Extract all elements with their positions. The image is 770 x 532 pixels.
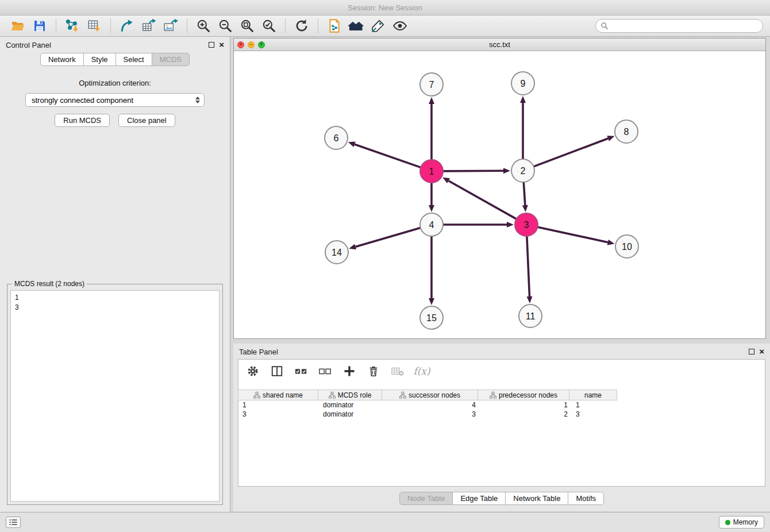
close-table-panel-icon[interactable]: × [759, 349, 764, 354]
show-graphics-details-button[interactable] [389, 17, 411, 34]
select-all-rows-button[interactable] [294, 364, 309, 379]
function-builder-button[interactable]: f(x) [414, 364, 429, 379]
zoom-in-button[interactable] [192, 17, 214, 34]
graph-edge-3-1[interactable] [449, 181, 517, 219]
main-toolbar [0, 16, 770, 37]
cell-predecessor-nodes[interactable]: 2 [480, 410, 572, 419]
network-view-window: × – + scc.txt 7968124314101511 [233, 38, 766, 339]
memory-button[interactable]: Memory [719, 516, 764, 529]
tab-network-table[interactable]: Network Table [505, 492, 568, 505]
graph-edge-3-11[interactable] [527, 236, 530, 296]
import-table-icon [87, 18, 102, 33]
run-mcds-button[interactable]: Run MCDS [55, 114, 110, 127]
cell-successor-nodes[interactable]: 4 [383, 400, 480, 410]
close-panel-button[interactable]: Close panel [118, 114, 175, 127]
sort-icon [490, 392, 496, 399]
plus-icon [342, 364, 356, 378]
graph-node-9[interactable]: 9 [511, 72, 534, 95]
toolbar-separator [110, 18, 111, 33]
network-canvas[interactable]: 7968124314101511 [234, 51, 765, 338]
close-panel-icon[interactable]: × [219, 42, 224, 48]
graph-node-1[interactable]: 1 [420, 160, 443, 183]
graph-edge-2-8[interactable] [534, 138, 608, 167]
graph-edge-1-6[interactable] [355, 144, 421, 167]
tab-mcds[interactable]: MCDS [152, 53, 190, 66]
task-history-button[interactable] [6, 516, 21, 528]
delete-columns-button[interactable] [366, 364, 381, 379]
table-row[interactable]: 3 dominator 3 2 3 [238, 410, 765, 419]
zoom-out-button[interactable] [214, 17, 236, 34]
show-columns-button[interactable] [270, 364, 284, 379]
graph-node-8[interactable]: 8 [615, 120, 638, 143]
tab-style[interactable]: Style [83, 53, 116, 66]
cell-predecessor-nodes[interactable]: 1 [480, 400, 572, 410]
control-panel: Control Panel × Network Style Select MCD… [0, 37, 230, 512]
column-header-successor-nodes[interactable]: successor nodes [382, 390, 478, 400]
mcds-result-list[interactable]: 1 3 [10, 290, 220, 502]
select-stepper-icon [195, 97, 202, 103]
float-table-panel-icon[interactable] [749, 349, 754, 354]
graph-edge-2-3[interactable] [523, 182, 525, 205]
search-input[interactable] [612, 22, 758, 30]
graph-node-15[interactable]: 15 [420, 306, 443, 329]
import-table-button[interactable] [83, 17, 105, 34]
zoom-out-icon [218, 18, 233, 33]
tab-edge-table[interactable]: Edge Table [452, 492, 506, 505]
cell-name[interactable]: 1 [572, 400, 620, 410]
export-table-button[interactable] [138, 17, 160, 34]
edge-arrowhead [349, 244, 356, 250]
apply-layout-button[interactable] [291, 17, 313, 34]
mcds-result-box: MCDS result (2 nodes) 1 3 [7, 284, 223, 505]
column-header-shared-name[interactable]: shared name [238, 390, 318, 400]
open-session-button[interactable] [7, 17, 29, 34]
criterion-selected-value: strongly connected component [32, 96, 133, 105]
zoom-selected-button[interactable] [258, 17, 280, 34]
save-session-button[interactable] [29, 17, 51, 34]
cell-shared-name[interactable]: 3 [238, 410, 319, 419]
edge-arrowhead [503, 168, 510, 174]
table-row[interactable]: 1 dominator 4 1 1 [238, 400, 765, 410]
floppy-disk-icon [33, 19, 47, 33]
create-column-button[interactable] [342, 364, 357, 379]
graph-node-3[interactable]: 3 [515, 213, 538, 236]
eye-icon [392, 19, 408, 33]
column-header-mcds-role[interactable]: MCDS role [318, 390, 382, 400]
graph-edge-4-14[interactable] [356, 228, 421, 247]
graph-node-10[interactable]: 10 [615, 235, 638, 258]
float-panel-icon[interactable] [209, 42, 214, 48]
import-network-button[interactable] [61, 17, 83, 34]
first-neighbors-button[interactable] [345, 17, 367, 34]
cell-shared-name[interactable]: 1 [238, 400, 319, 410]
export-network-button[interactable] [116, 17, 138, 34]
tab-node-table[interactable]: Node Table [399, 492, 453, 505]
cell-successor-nodes[interactable]: 3 [383, 410, 480, 419]
cell-mcds-role[interactable]: dominator [319, 400, 383, 410]
trash-icon [367, 365, 380, 377]
graph-node-4[interactable]: 4 [420, 213, 443, 236]
graph-edge-3-10[interactable] [538, 227, 608, 242]
table-mode-button[interactable] [245, 364, 260, 379]
column-header-name[interactable]: name [569, 390, 617, 400]
toolbar-separator [318, 18, 318, 33]
svg-text:2: 2 [521, 166, 526, 176]
deselect-all-rows-button[interactable] [318, 364, 333, 379]
optimization-criterion-select[interactable]: strongly connected component [25, 93, 205, 107]
network-snapshot-button[interactable] [324, 17, 345, 34]
cell-name[interactable]: 3 [572, 410, 620, 419]
graph-node-7[interactable]: 7 [420, 73, 443, 96]
apply-style-button[interactable] [367, 17, 389, 34]
graph-node-14[interactable]: 14 [325, 241, 348, 264]
graph-edge-1-2[interactable] [443, 171, 503, 171]
tab-motifs[interactable]: Motifs [568, 492, 604, 505]
mcds-result-title: MCDS result (2 nodes) [12, 280, 87, 288]
cell-mcds-role[interactable]: dominator [319, 410, 383, 419]
zoom-fit-button[interactable] [236, 17, 258, 34]
graph-node-2[interactable]: 2 [511, 159, 534, 182]
graph-node-6[interactable]: 6 [325, 126, 348, 149]
tab-select[interactable]: Select [116, 53, 152, 66]
export-image-button[interactable] [160, 17, 182, 34]
tab-network[interactable]: Network [40, 53, 84, 66]
delete-table-button[interactable] [390, 364, 405, 379]
graph-node-11[interactable]: 11 [519, 304, 542, 327]
column-header-predecessor-nodes[interactable]: predecessor nodes [478, 390, 569, 400]
